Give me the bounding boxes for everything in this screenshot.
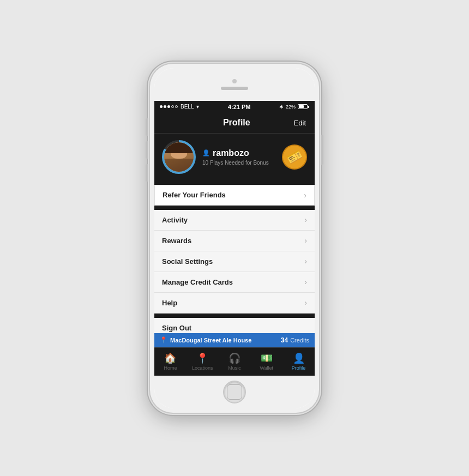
location-bar: 📍 MacDougal Street Ale House 34 Credits <box>154 333 315 347</box>
battery-tip <box>308 106 309 108</box>
tab-item-home[interactable]: 🏠Home <box>154 352 187 371</box>
nav-title: Profile <box>179 118 294 128</box>
user-icon: 👤 <box>202 149 210 156</box>
menu-item-sign-out[interactable]: Sign Out <box>154 318 315 333</box>
menu-divider <box>154 206 315 210</box>
dot2 <box>164 105 166 108</box>
signal-dots <box>160 105 178 108</box>
bluetooth-icon: ✱ <box>279 104 284 110</box>
edit-button[interactable]: Edit <box>294 119 306 127</box>
menu-item-label-social-settings: Social Settings <box>162 257 213 266</box>
menu-item-rewards[interactable]: Rewards› <box>154 231 315 251</box>
username: rambozo <box>213 148 249 158</box>
wifi-icon: ▾ <box>196 104 199 110</box>
avatar-face <box>164 142 194 172</box>
home-button-inner <box>227 384 242 400</box>
menu-item-refer[interactable]: Refer Your Friends› <box>154 185 315 206</box>
avatar-ring <box>162 140 196 174</box>
status-left: BELL ▾ <box>160 104 199 110</box>
battery-icon <box>298 104 309 109</box>
phone-top-bar <box>154 68 315 101</box>
avatar <box>164 142 194 172</box>
menu-item-label-help: Help <box>162 299 177 307</box>
dot3 <box>167 105 170 108</box>
phone-shell: BELL ▾ 4:21 PM ✱ 22% <box>150 64 319 413</box>
tab-icon-locations: 📍 <box>196 352 208 364</box>
chevron-icon-rewards: › <box>304 236 307 245</box>
menu-divider <box>154 314 315 318</box>
tab-icon-wallet: 💵 <box>261 352 273 364</box>
menu-item-label-manage-credit-cards: Manage Credit Cards <box>162 278 233 286</box>
profile-header: 👤 rambozo 10 Plays Needed for Bonus 🎫 <box>154 134 315 180</box>
chevron-icon-social-settings: › <box>304 257 307 266</box>
tab-label-music: Music <box>228 365 241 371</box>
credits-number: 34 <box>281 336 288 344</box>
tab-icon-home: 🏠 <box>164 352 176 364</box>
menu-item-label-rewards: Rewards <box>162 237 191 245</box>
avatar-hair <box>164 142 194 153</box>
tab-label-wallet: Wallet <box>260 365 273 371</box>
menu-group: Refer Your Friends›Activity›Rewards›Soci… <box>154 185 315 333</box>
menu-item-activity[interactable]: Activity› <box>154 210 315 231</box>
home-button[interactable] <box>223 381 246 403</box>
tab-item-profile[interactable]: 👤Profile <box>282 352 315 371</box>
battery-fill <box>299 105 304 108</box>
menu-item-manage-credit-cards[interactable]: Manage Credit Cards› <box>154 272 315 293</box>
menu-item-label-activity: Activity <box>162 216 188 224</box>
dot4 <box>171 105 174 108</box>
chevron-icon-activity: › <box>304 215 307 224</box>
location-bar-left: 📍 MacDougal Street Ale House <box>160 336 251 344</box>
location-pin-icon: 📍 <box>160 336 167 344</box>
battery-percent: 22% <box>286 104 296 110</box>
tab-item-music[interactable]: 🎧Music <box>219 352 251 371</box>
location-name[interactable]: MacDougal Street Ale House <box>170 337 251 344</box>
menu-section: Refer Your Friends›Activity›Rewards›Soci… <box>154 180 315 333</box>
profile-info: 👤 rambozo 10 Plays Needed for Bonus <box>202 148 275 166</box>
dot1 <box>160 105 163 108</box>
tab-item-locations[interactable]: 📍Locations <box>187 352 219 371</box>
nav-bar: Profile Edit <box>154 113 315 134</box>
tab-icon-music: 🎧 <box>229 352 240 364</box>
tab-label-profile: Profile <box>292 365 306 371</box>
menu-item-label-sign-out: Sign Out <box>162 324 191 332</box>
battery-body <box>298 104 308 109</box>
bonus-text: 10 Plays Needed for Bonus <box>202 160 275 166</box>
phone-bottom-bar <box>154 376 315 408</box>
camera <box>232 79 237 83</box>
screen: BELL ▾ 4:21 PM ✱ 22% <box>154 101 315 376</box>
tab-item-wallet[interactable]: 💵Wallet <box>250 352 282 371</box>
menu-item-label-refer: Refer Your Friends <box>163 191 226 199</box>
tab-icon-profile: 👤 <box>293 352 305 364</box>
chevron-icon-refer: › <box>304 191 306 200</box>
coupon-icon-container[interactable]: 🎫 <box>282 144 307 170</box>
username-row: 👤 rambozo <box>202 148 275 158</box>
carrier-label: BELL <box>181 104 194 110</box>
credits-label: Credits <box>290 337 309 344</box>
chevron-icon-manage-credit-cards: › <box>304 278 307 286</box>
menu-item-social-settings[interactable]: Social Settings› <box>154 251 315 272</box>
status-right: ✱ 22% <box>279 104 309 110</box>
speaker <box>221 87 248 90</box>
coupon-icon: 🎫 <box>285 147 304 166</box>
tab-bar: 🏠Home📍Locations🎧Music💵Wallet👤Profile <box>154 347 315 376</box>
menu-item-help[interactable]: Help› <box>154 293 315 314</box>
tab-label-home: Home <box>164 365 177 371</box>
credits-badge: 34 Credits <box>281 336 309 344</box>
dot5 <box>175 105 178 108</box>
status-bar: BELL ▾ 4:21 PM ✱ 22% <box>154 101 315 113</box>
chevron-icon-help: › <box>304 298 307 307</box>
tab-label-locations: Locations <box>192 365 213 371</box>
status-time: 4:21 PM <box>228 104 251 110</box>
phone-inner: BELL ▾ 4:21 PM ✱ 22% <box>154 68 315 408</box>
avatar-container <box>162 140 196 174</box>
